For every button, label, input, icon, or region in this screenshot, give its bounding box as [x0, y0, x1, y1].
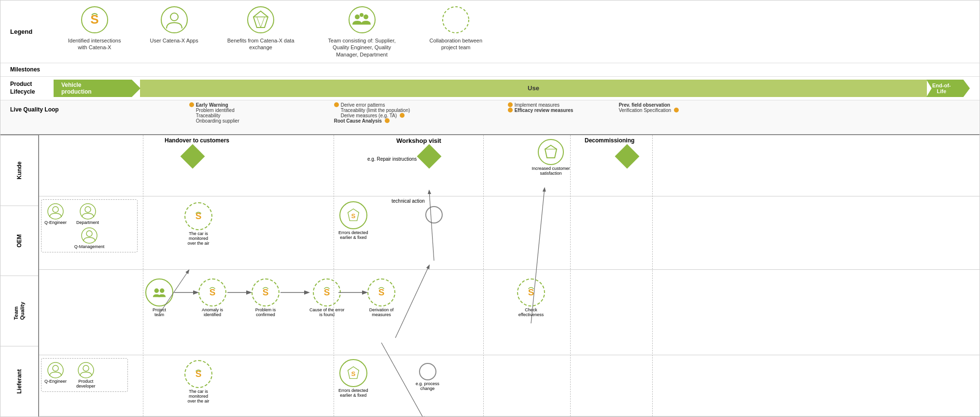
- workshop-header: Workshop visit: [396, 137, 441, 144]
- errors-fixed-oem-node: S Errors detectedearlier & fixed: [338, 201, 368, 240]
- problem-confirmed-circle: S: [252, 278, 280, 306]
- derivation-label: Derivation ofmeasures: [369, 307, 394, 317]
- svg-line-8: [261, 17, 265, 28]
- derivation-node: S Derivation ofmeasures: [367, 278, 395, 317]
- lql-verification: Verification Specification: [619, 108, 681, 113]
- catena-icon-oem-errors: S: [345, 207, 362, 223]
- lql-early-warning-group: Early Warning Problem identified Traceab…: [189, 102, 239, 124]
- legend-text-collab: Collaboration betweenproject team: [430, 37, 482, 51]
- lieferant-actor-group-box: Q-Engineer Productdeveloper: [41, 358, 128, 392]
- lql-dot-rca: [385, 118, 390, 123]
- lql-prev-field: Prev. field observation: [619, 102, 681, 108]
- q-engineer-oem-label: Q-Engineer: [44, 220, 67, 225]
- svg-point-11: [349, 7, 375, 33]
- lane-label-quality: QualityTeam: [0, 276, 38, 346]
- milestones-row: Milestones: [0, 63, 980, 77]
- customer-satisfaction-label: Increased customer satisfaction: [532, 166, 570, 176]
- lql-row: Live Quality Loop Early Warning Problem …: [0, 100, 980, 135]
- q-engineer-oem-icon: [47, 203, 64, 220]
- lifecycle-vehicle: Vehicleproduction: [54, 80, 140, 97]
- legend-text-user-apps: User Catena-X Apps: [150, 37, 198, 44]
- svg-point-18: [48, 204, 63, 219]
- handover-diamond-container: [184, 148, 201, 165]
- q-management-oem-icon: [81, 227, 98, 244]
- lieferant-actors: Q-Engineer Productdeveloper: [44, 361, 125, 389]
- lifecycle-use: Use: [140, 80, 927, 97]
- problem-confirmed-node: S Problem isconfirmed: [252, 278, 280, 317]
- svg-point-38: [48, 362, 63, 378]
- lql-onboarding: Onboarding supplier: [196, 118, 239, 124]
- lanes-content: Handover to customers Workshop visit e.g…: [39, 135, 980, 417]
- lieferant-lane: Q-Engineer Productdeveloper: [39, 355, 980, 417]
- lifecycle-row: ProductLifecycle Vehicleproduction Use E…: [0, 77, 980, 100]
- svg-point-41: [83, 365, 89, 371]
- lql-dot-ew: [189, 102, 194, 107]
- lifecycle-bar: Vehicleproduction Use End-of-Life: [54, 80, 970, 97]
- anomaly-label: Anomaly isidentified: [202, 307, 223, 317]
- anomaly-circle: S: [198, 278, 226, 306]
- lql-early-warning: Early Warning: [189, 102, 239, 108]
- legend-text-catena-intersect: Identified intersectionswith Catena-X: [68, 37, 121, 51]
- workshop-diamond-container: [420, 148, 438, 165]
- quality-lane: Projectteam S Anomaly isidentified: [39, 270, 980, 355]
- monitored-lief-circle: S: [184, 360, 212, 388]
- legend-item-collab: Collaboration betweenproject team: [430, 5, 482, 51]
- svg-point-14: [360, 13, 364, 17]
- problem-confirmed-label: Problem isconfirmed: [255, 307, 276, 317]
- catena-icon-check: S: [523, 284, 539, 301]
- product-dev-lief-icon: [77, 361, 95, 379]
- vdivider-2: [334, 135, 334, 417]
- errors-fixed-lief-label: Errors detectedearlier & fixed: [338, 388, 368, 398]
- derivation-circle: S: [367, 278, 395, 306]
- svg-point-2: [161, 7, 187, 33]
- svg-point-13: [364, 14, 368, 19]
- svg-point-39: [53, 365, 58, 371]
- department-oem-icon: [79, 203, 97, 220]
- oem-lane: Q-Engineer Department: [39, 196, 980, 270]
- lql-derive-measures: Derive measures (e.g. TA): [341, 113, 410, 118]
- q-engineer-lief: Q-Engineer: [44, 361, 67, 384]
- vdivider-4: [570, 135, 571, 417]
- decomm-diamond: [615, 144, 640, 168]
- decomm-header: Decommissioning: [585, 137, 634, 144]
- legend-row: Legend S Identified intersectionswith Ca…: [0, 0, 980, 63]
- customer-satisfaction-circle: [538, 139, 564, 165]
- svg-point-15: [443, 7, 469, 33]
- errors-fixed-oem-label: Errors detectedearlier & fixed: [338, 230, 368, 240]
- lql-traceability: Traceability: [196, 113, 239, 118]
- monitored-oem-label: The car is monitoredover the air: [179, 231, 218, 246]
- process-change-label: e.g. processchange: [416, 381, 439, 391]
- svg-marker-5: [253, 11, 268, 28]
- decomm-diamond-container: [618, 148, 636, 165]
- svg-point-21: [85, 207, 91, 212]
- svg-point-28: [160, 288, 164, 292]
- q-engineer-oem: Q-Engineer: [44, 203, 67, 225]
- q-engineer-lief-label: Q-Engineer: [44, 379, 67, 384]
- lql-traceability2: Traceability (limit the population): [341, 108, 410, 113]
- lane-labels: Kunde OEM QualityTeam Lieferant: [0, 135, 39, 417]
- workshop-diamond: [417, 144, 442, 168]
- legend-item-user-apps: User Catena-X Apps: [150, 5, 198, 44]
- product-dev-lief-label: Productdeveloper: [76, 379, 96, 389]
- svg-text:S: S: [351, 212, 355, 219]
- q-management-oem-label: Q-Management: [74, 244, 105, 249]
- svg-point-20: [80, 204, 96, 219]
- legend-item-catena-intersect: S Identified intersectionswith Catena-X: [68, 5, 121, 51]
- user-apps-icon: [160, 5, 189, 34]
- team-group-icon: [348, 5, 377, 34]
- process-change-node: e.g. processchange: [416, 363, 439, 391]
- lifecycle-label: ProductLifecycle: [10, 81, 49, 96]
- svg-text:S: S: [90, 12, 98, 27]
- lql-label: Live Quality Loop: [10, 102, 59, 113]
- monitored-lief-node: S The car is monitoredover the air: [179, 360, 218, 403]
- quality-arrows-svg: [39, 270, 980, 355]
- handover-header: Handover to customers: [165, 137, 229, 144]
- department-oem-label: Department: [76, 220, 99, 225]
- lql-dot-vs: [674, 108, 679, 112]
- catena-s-icon: S: [80, 5, 109, 34]
- department-oem: Department: [76, 203, 99, 225]
- lane-label-oem: OEM: [0, 206, 38, 276]
- swimlanes: Kunde OEM QualityTeam Lieferant Handover…: [0, 135, 980, 417]
- cause-found-label: Cause of the erroris found: [309, 307, 345, 317]
- handover-diamond: [181, 144, 205, 168]
